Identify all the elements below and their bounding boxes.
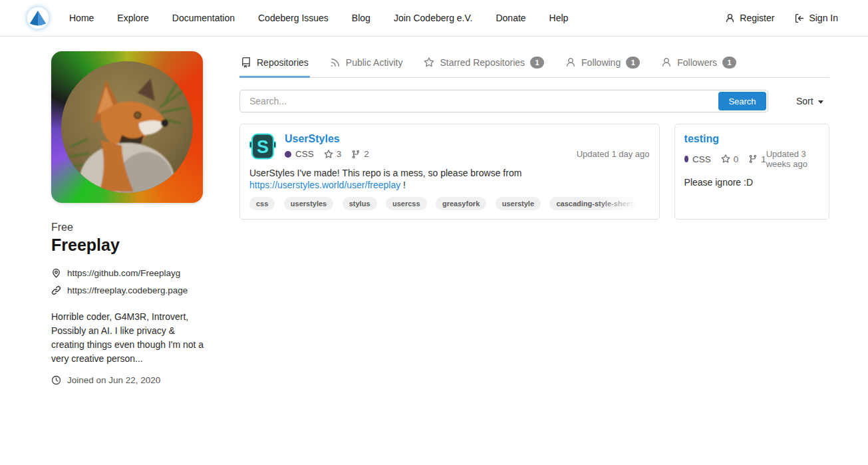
auth-links: Register Sign In <box>725 13 838 23</box>
register-link[interactable]: Register <box>725 13 774 23</box>
git-branch-icon <box>748 154 758 164</box>
nav-home[interactable]: Home <box>69 13 94 23</box>
tab-starred-repositories[interactable]: Starred Repositories 1 <box>422 53 545 78</box>
following-count-badge: 1 <box>626 57 640 69</box>
profile-tabs: Repositories Public Activity Starred Rep… <box>239 53 829 78</box>
topic-tag[interactable]: greasyfork <box>436 197 486 210</box>
search-input[interactable] <box>239 90 768 112</box>
person-icon <box>661 57 672 68</box>
repo-forks[interactable]: 1 <box>748 154 766 164</box>
sign-in-icon <box>794 13 804 23</box>
profile-display-name: Free <box>51 222 204 233</box>
description-link[interactable]: https://userstyles.world/user/freeplay <box>249 180 400 190</box>
repo-card-userstyles: S UserStyles CSS 3 <box>239 124 660 220</box>
profile-joined-date: Joined on Jun 22, 2020 <box>51 375 204 385</box>
person-icon <box>725 13 735 23</box>
star-icon <box>424 57 434 68</box>
repo-search-row: Search Sort <box>239 90 829 112</box>
link-icon <box>51 285 61 295</box>
codeberg-logo[interactable] <box>27 7 49 29</box>
nav-help[interactable]: Help <box>549 13 569 23</box>
repo-card-testing: testing CSS 0 <box>674 124 829 220</box>
repo-language: CSS <box>295 149 314 159</box>
repo-topics: css userstyles stylus usercss greasyfork… <box>249 197 650 210</box>
language-dot-css <box>684 156 688 162</box>
tab-followers[interactable]: Followers 1 <box>660 53 738 78</box>
profile-website-link[interactable]: https://freeplay.codeberg.page <box>51 285 204 295</box>
repo-description: UserStyles I've made! This repo is a mes… <box>249 167 650 191</box>
rss-icon <box>330 57 341 68</box>
fox-avatar-photo <box>61 61 193 193</box>
main-nav: Home Explore Documentation Codeberg Issu… <box>69 13 568 23</box>
person-icon <box>565 57 576 68</box>
star-icon <box>721 154 730 164</box>
nav-blog[interactable]: Blog <box>352 13 370 23</box>
user-avatar[interactable] <box>51 51 203 203</box>
repo-updated: Updated 3 weeks ago <box>766 149 819 169</box>
repo-updated: Updated 1 day ago <box>577 149 650 159</box>
topic-tag[interactable]: userstyles <box>284 197 333 210</box>
language-dot-css <box>285 151 291 158</box>
profile-bio: Horrible coder, G4M3R, Introvert, Possib… <box>51 310 204 366</box>
repository-list: S UserStyles CSS 3 <box>239 124 829 220</box>
topic-tag[interactable]: usercss <box>386 197 427 210</box>
nav-join-codeberg[interactable]: Join Codeberg e.V. <box>394 13 473 23</box>
repo-link-testing[interactable]: testing <box>684 133 719 145</box>
profile-username: Freeplay <box>51 235 204 255</box>
search-button[interactable]: Search <box>718 92 766 110</box>
repo-stars[interactable]: 0 <box>721 154 739 164</box>
userstyles-logo-icon: S <box>249 133 276 160</box>
topic-tag[interactable]: css <box>249 197 275 210</box>
repo-forks[interactable]: 2 <box>351 149 369 159</box>
repo-stars[interactable]: 3 <box>324 149 342 159</box>
chevron-down-icon <box>818 100 823 104</box>
star-icon <box>324 150 333 159</box>
profile-sidebar: Free Freeplay https://github.com/Freepla… <box>51 51 204 385</box>
followers-count-badge: 1 <box>722 57 736 69</box>
clock-icon <box>51 375 61 385</box>
svg-text:S: S <box>257 137 269 157</box>
topic-tag[interactable]: userstyle <box>496 197 541 210</box>
nav-codeberg-issues[interactable]: Codeberg Issues <box>258 13 329 23</box>
repo-language: CSS <box>692 154 711 164</box>
top-navigation-bar: Home Explore Documentation Codeberg Issu… <box>0 0 868 37</box>
nav-donate[interactable]: Donate <box>496 13 525 23</box>
git-branch-icon <box>351 150 361 159</box>
location-pin-icon <box>51 268 61 278</box>
sort-dropdown[interactable]: Sort <box>796 96 823 106</box>
tab-repositories[interactable]: Repositories <box>239 53 310 78</box>
tab-public-activity[interactable]: Public Activity <box>329 53 404 78</box>
repo-description: Please ignore :D <box>684 176 819 188</box>
topic-tag[interactable]: stylus <box>343 197 377 210</box>
profile-content: Repositories Public Activity Starred Rep… <box>239 51 829 385</box>
profile-location-link[interactable]: https://github.com/Freeplayg <box>51 268 204 278</box>
repo-icon <box>241 57 251 68</box>
sign-in-link[interactable]: Sign In <box>794 13 838 23</box>
repo-link-userstyles[interactable]: UserStyles <box>285 133 340 145</box>
nav-documentation[interactable]: Documentation <box>172 13 235 23</box>
tab-following[interactable]: Following 1 <box>564 53 641 78</box>
starred-count-badge: 1 <box>530 57 544 69</box>
codeberg-mountain-icon <box>27 7 49 29</box>
topic-tag[interactable]: cascading-style-sheets <box>549 197 643 210</box>
nav-explore[interactable]: Explore <box>117 13 148 23</box>
